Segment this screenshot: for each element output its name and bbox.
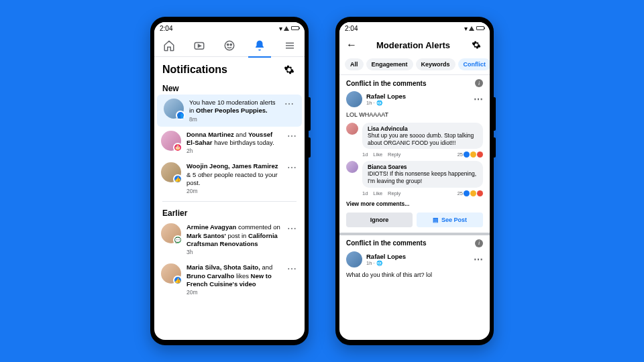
filter-conflict[interactable]: Conflict: [458, 58, 490, 70]
comment-meta: 1d Like Reply 25: [339, 151, 490, 159]
comment-bubble: Lisa Advincula Shut up you are soooo dum…: [362, 123, 483, 149]
home-tab-icon[interactable]: [162, 38, 176, 53]
view-more-comments[interactable]: View more comments...: [339, 198, 490, 210]
groups-badge-icon: 👥: [176, 111, 185, 120]
globe-icon: 🌐: [376, 260, 382, 266]
notification-item[interactable]: 🎂 Donna Martinez and Youssef El-Sahar ha…: [154, 127, 305, 159]
phone-frame-right: 2:04 ▾ ← Moderation Alerts All Engagemen…: [335, 17, 494, 345]
svg-point-2: [227, 44, 229, 45]
top-tab-bar: [154, 34, 305, 57]
author-name: Rafael Lopes: [366, 253, 406, 260]
page-title: Notifications: [162, 64, 227, 76]
like-link[interactable]: Like: [373, 190, 382, 196]
notification-item[interactable]: 👍 Maria Silva, Shota Saito, and Bruno Ca…: [154, 259, 305, 300]
signal-icon: [469, 26, 474, 31]
info-icon[interactable]: i: [475, 79, 483, 87]
author-info: Rafael Lopes 1h · 🌐: [366, 253, 406, 266]
notification-body: Armine Avagyan commented on Mark Santos'…: [186, 223, 280, 255]
text-bold: Mark Santos': [186, 232, 226, 239]
settings-button[interactable]: [470, 38, 483, 52]
more-icon[interactable]: ⋯: [286, 162, 298, 173]
text: likes: [234, 272, 250, 280]
comment-author: Lisa Advincula: [368, 125, 478, 132]
more-icon[interactable]: ⋯: [474, 254, 483, 265]
notification-item[interactable]: 💬 Armine Avagyan commented on Mark Santo…: [154, 219, 305, 259]
notification-item[interactable]: 👍 Woojin Jeong, James Ramirez & 5 other …: [154, 158, 305, 198]
ignore-button[interactable]: Ignore: [346, 213, 413, 227]
card-header: Conflict in the comments i: [339, 235, 490, 249]
see-post-label: See Post: [441, 217, 467, 223]
angry-reaction-icon: [477, 152, 483, 158]
globe-icon: 🌐: [376, 100, 382, 106]
screen-left: 2:04 ▾ Notificati: [154, 22, 305, 340]
more-icon[interactable]: ⋯: [286, 223, 298, 234]
like-reaction-icon: [464, 190, 470, 196]
text-bold: Armine Avagyan: [186, 223, 236, 231]
text-bold: Bruno Carvalho: [186, 272, 234, 280]
more-icon[interactable]: ⋯: [283, 99, 295, 109]
reactions[interactable]: 25: [458, 152, 483, 158]
fade: [339, 326, 490, 340]
notification-time: 20m: [186, 188, 280, 194]
filter-keywords[interactable]: Keywords: [416, 58, 455, 70]
watch-tab-icon[interactable]: [192, 38, 207, 53]
like-link[interactable]: Like: [373, 152, 382, 158]
post-text: LOL WHAAAAT: [339, 110, 490, 121]
more-icon[interactable]: ⋯: [286, 131, 298, 141]
reaction-count: 25: [458, 190, 463, 196]
reaction-count: 25: [458, 152, 463, 158]
avatar: [346, 251, 362, 267]
page-title: Moderation Alerts: [362, 40, 464, 50]
reply-link[interactable]: Reply: [388, 190, 400, 196]
like-badge-icon: 👍: [173, 276, 182, 285]
filter-engagement[interactable]: Engagement: [366, 58, 413, 70]
card-actions: Ignore ▤ See Post: [339, 210, 490, 233]
text: and: [260, 263, 273, 271]
groups-tab-icon[interactable]: [222, 38, 237, 53]
notification-list[interactable]: 👥 You have 10 moderation alerts in Other…: [154, 95, 305, 340]
avatar: 👍: [161, 263, 181, 284]
filter-all[interactable]: All: [345, 58, 364, 70]
comment-item[interactable]: Bianca Soares IDIOTS! If this nonsense k…: [339, 159, 490, 189]
menu-tab-icon[interactable]: [282, 38, 297, 53]
notification-body: Donna Martinez and Youssef El-Sahar have…: [186, 131, 280, 155]
like-reaction-icon: [464, 152, 470, 158]
reply-link[interactable]: Reply: [388, 152, 400, 158]
post-author-row[interactable]: Rafael Lopes 1h · 🌐 ⋯: [339, 249, 490, 270]
notification-item[interactable]: 👥 You have 10 moderation alerts in Other…: [157, 95, 302, 127]
more-icon[interactable]: ⋯: [474, 94, 483, 105]
settings-button[interactable]: [282, 62, 297, 77]
text: post in: [226, 232, 248, 239]
notifications-tab-icon[interactable]: [252, 38, 267, 53]
page-header: ← Moderation Alerts: [339, 34, 490, 56]
comment-item[interactable]: Lisa Advincula Shut up you are soooo dum…: [339, 121, 490, 151]
info-icon[interactable]: i: [475, 239, 483, 247]
notification-body: Woojin Jeong, James Ramirez & 5 other pe…: [186, 162, 280, 194]
angry-reaction-icon: [477, 190, 483, 196]
notification-text: Maria Silva, Shota Saito, and Bruno Carv…: [186, 263, 280, 288]
notification-time: 8m: [189, 116, 278, 123]
card-header: Conflict in the comments i: [339, 75, 490, 88]
status-icons: ▾: [464, 25, 484, 32]
filter-bar: All Engagement Keywords Conflict: [339, 56, 490, 75]
back-button[interactable]: ←: [346, 39, 357, 51]
post-time: 1h ·: [366, 100, 375, 106]
notification-text: Donna Martinez and Youssef El-Sahar have…: [186, 131, 280, 147]
post-author-row[interactable]: Rafael Lopes 1h · 🌐 ⋯: [339, 88, 490, 110]
post-icon: ▤: [433, 217, 439, 223]
comment-badge-icon: 💬: [173, 235, 182, 245]
see-post-button[interactable]: ▤ See Post: [417, 213, 483, 227]
avatar: 👍: [161, 162, 181, 182]
text-bold: Other Peoples Puppies.: [196, 107, 268, 114]
wow-reaction-icon: [470, 152, 476, 158]
notification-time: 3h: [186, 249, 280, 255]
author-name: Rafael Lopes: [366, 93, 406, 100]
alert-card: Conflict in the comments i Rafael Lopes …: [339, 75, 490, 233]
reactions[interactable]: 25: [458, 190, 483, 196]
wow-reaction-icon: [470, 190, 476, 196]
avatar: 💬: [161, 223, 181, 243]
comment-text: Shut up you are soooo dumb. Stop talking…: [368, 132, 478, 146]
post-meta: 1h · 🌐: [366, 100, 406, 106]
status-icons: ▾: [279, 25, 299, 32]
more-icon[interactable]: ⋯: [286, 263, 298, 274]
